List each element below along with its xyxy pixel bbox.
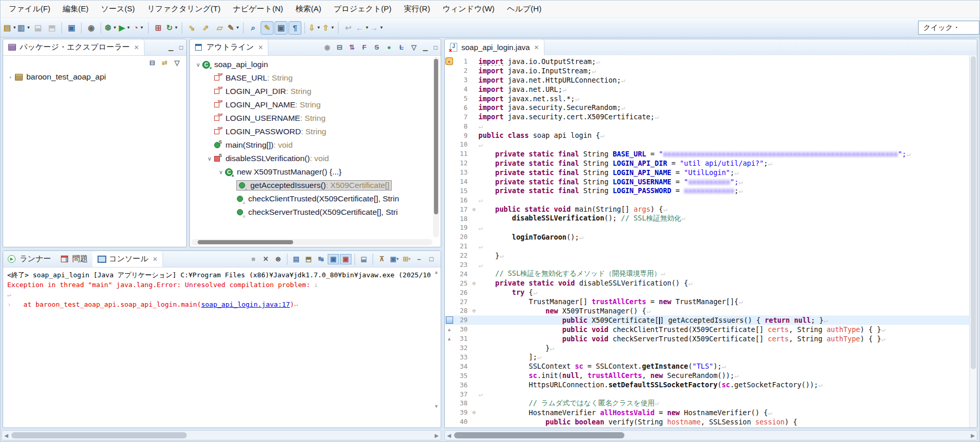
new-java-ee-button[interactable]: ⊞ — [152, 21, 165, 35]
code-text[interactable]: public boolean verify(String hostname, S… — [478, 418, 977, 426]
code-text[interactable]: ↵ — [478, 261, 977, 269]
collapse-all-icon[interactable]: ⊟ — [334, 42, 345, 53]
new-wizard-button[interactable]: ▤▼ — [4, 21, 17, 35]
minimize-icon[interactable]: ▁ — [166, 44, 176, 51]
code-text[interactable]: }↵ — [478, 251, 977, 260]
clear-console-icon[interactable]: ▤ — [291, 254, 302, 264]
export-folder-button[interactable]: ⇗ — [199, 21, 212, 35]
outline-vertical-scrollbar[interactable] — [433, 57, 439, 238]
tree-item-baroon_test_aoap_api[interactable]: ›baroon_test_aoap_api — [3, 70, 186, 84]
code-text[interactable]: ];↵ — [478, 353, 977, 361]
outline-horizontal-scrollbar[interactable] — [191, 239, 432, 245]
code-text[interactable]: import java.security.cert.X509Certificat… — [478, 113, 977, 121]
code-text[interactable]: try {↵ — [478, 288, 977, 296]
chevron-down-icon[interactable]: ▼ — [113, 25, 117, 30]
code-text[interactable]: import java.io.InputStream;↵ — [478, 67, 977, 75]
show-console-stdout-icon[interactable]: ▣ — [328, 254, 339, 264]
hide-non-public-members-icon[interactable]: ● — [383, 42, 395, 53]
code-text[interactable]: private static final String LOGIN_PASSWO… — [478, 186, 977, 195]
code-text[interactable]: HttpsURLConnection.setDefaultSSLSocketFa… — [478, 381, 977, 389]
chevron-down-icon[interactable]: ▼ — [140, 25, 144, 30]
code-text[interactable]: disableSSLVerification(); // SSL検証無効化↵ — [478, 214, 977, 223]
code-text[interactable]: import javax.net.ssl.*;↵ — [478, 94, 977, 103]
menu-リファクタリングT[interactable]: リファクタリング(T) — [141, 2, 227, 17]
link-with-editor-icon[interactable]: ⇄ — [159, 57, 170, 68]
previous-annotation-button[interactable]: ⇧▼ — [322, 21, 335, 35]
code-text[interactable]: ↵ — [478, 224, 977, 232]
outline-item[interactable]: SFLOGIN_PASSWORD : String — [190, 125, 441, 138]
menu-実行R[interactable]: 実行(R) — [398, 2, 437, 17]
view-menu-icon[interactable]: ▽ — [408, 42, 420, 53]
code-text[interactable]: public X509Certificate[] getAcceptedIssu… — [478, 316, 977, 324]
chevron-down-icon[interactable]: ▾ — [396, 257, 398, 261]
code-text[interactable]: // SSL検証を無効化するメソッド（開発環境専用）↵ — [478, 269, 977, 278]
code-text[interactable]: loginToGaroon();↵ — [478, 233, 977, 241]
code-editor[interactable]: ✕1import java.io.OutputStream;↵2import j… — [445, 55, 977, 428]
sort-icon[interactable]: ⇅ — [346, 42, 358, 53]
fold-collapse-icon[interactable]: ⊖ — [470, 308, 478, 313]
coverage-button[interactable]: ◉ — [85, 21, 98, 35]
expand-arrow-icon[interactable]: ∨ — [205, 155, 214, 162]
code-text[interactable]: public class soap_api_login {↵ — [478, 131, 977, 139]
fold-collapse-icon[interactable]: ⊖ — [470, 409, 478, 415]
outline-item[interactable]: ▵getAcceptedIssuers() : X509Certificate[… — [190, 179, 441, 192]
save-console-output-icon[interactable]: ⬓ — [358, 254, 369, 264]
console-vertical-scrollbar[interactable]: ▲ ▼ — [433, 270, 440, 424]
open-terminal-button[interactable]: ▣ — [65, 21, 78, 35]
scroll-left-icon[interactable]: ◀ — [445, 433, 453, 438]
outline-item[interactable]: Smain(String[]) : void — [190, 138, 441, 152]
chevron-down-icon[interactable]: ▼ — [331, 25, 335, 30]
hide-fields-icon[interactable]: F — [359, 42, 370, 53]
search-button[interactable]: ⌕ — [247, 21, 260, 35]
remove-launch-icon[interactable]: ✕ — [260, 254, 271, 264]
synchronize-button[interactable]: ↻▼ — [166, 21, 179, 35]
expand-arrow-icon[interactable]: › — [6, 74, 14, 80]
outline-item[interactable]: SFBASE_URL : String — [190, 71, 441, 85]
tab-コンソール[interactable]: コンソール✕ — [92, 251, 163, 267]
scroll-right-icon[interactable]: ▶ — [432, 433, 441, 438]
chevron-down-icon[interactable]: ▼ — [365, 25, 369, 30]
outline-item[interactable]: ▵checkClientTrusted(X509Certificate[], S… — [190, 192, 441, 206]
chevron-down-icon[interactable]: ▼ — [126, 25, 131, 30]
last-edit-location-button[interactable]: ↩ — [342, 21, 355, 35]
chevron-down-icon[interactable]: ▼ — [174, 25, 179, 30]
outline-item[interactable]: ∨SdisableSSLVerification() : void — [190, 152, 441, 165]
chevron-down-icon[interactable]: ▼ — [317, 25, 321, 30]
display-selected-console-icon[interactable]: ▣▾ — [389, 254, 400, 264]
menu-プロジェクトP[interactable]: プロジェクト(P) — [327, 2, 397, 17]
chevron-down-icon[interactable]: ▼ — [236, 25, 240, 30]
code-text[interactable]: TrustManager[] trustAllCerts = new Trust… — [478, 297, 977, 306]
tab-問題[interactable]: 問題 — [56, 251, 92, 267]
code-text[interactable]: sc.init(null, trustAllCerts, new SecureR… — [478, 371, 977, 380]
pin-console-icon[interactable]: ⊼ — [376, 254, 388, 264]
minimize-icon[interactable]: ▁ — [420, 44, 430, 51]
menu-検索A[interactable]: 検索(A) — [289, 2, 327, 17]
outline-item[interactable]: ∨C▸soap_api_login — [190, 58, 441, 71]
tab-outline[interactable]: アウトライン ✕ — [190, 39, 268, 55]
outline-item[interactable]: SFLOGIN_API_NAME : String — [190, 98, 441, 112]
close-icon[interactable]: ✕ — [152, 256, 157, 263]
code-text[interactable]: public void checkServerTrusted(X509Certi… — [478, 335, 977, 343]
code-text[interactable]: ↵ — [478, 242, 977, 250]
run-button[interactable]: ▶▼ — [118, 21, 131, 35]
code-text[interactable]: import java.io.OutputStream;↵ — [478, 57, 977, 66]
close-icon[interactable]: ✕ — [534, 44, 539, 51]
hide-static-members-icon[interactable]: S — [371, 42, 382, 53]
code-text[interactable]: // ラムダ式ではなく匿名クラスを使用↵ — [478, 399, 977, 408]
chevron-down-icon[interactable]: ▼ — [379, 25, 383, 30]
close-icon[interactable]: ✕ — [134, 44, 139, 51]
code-text[interactable]: ↵ — [478, 390, 977, 398]
code-text[interactable]: public static void main(String[] args) {… — [478, 205, 977, 213]
chevron-down-icon[interactable]: ▼ — [12, 25, 17, 30]
maximize-icon[interactable]: □ — [176, 44, 186, 51]
scroll-right-icon[interactable]: ▶ — [969, 433, 977, 438]
focus-active-task-icon[interactable]: ◉ — [322, 42, 333, 53]
open-resource-folder-button[interactable]: ▱ — [213, 21, 226, 35]
save-button[interactable]: ⬓ — [31, 21, 44, 35]
back-button[interactable]: ←▼ — [356, 21, 369, 35]
code-text[interactable]: HostnameVerifier allHostsValid = new Hos… — [478, 408, 977, 417]
outline-item[interactable]: SFLOGIN_USERNAME : String — [190, 112, 441, 125]
import-folder-button[interactable]: ⇘ — [185, 21, 198, 35]
code-text[interactable]: private static final String LOGIN_API_DI… — [478, 159, 977, 167]
mark-occurrences-button[interactable]: ✎ — [261, 21, 274, 35]
